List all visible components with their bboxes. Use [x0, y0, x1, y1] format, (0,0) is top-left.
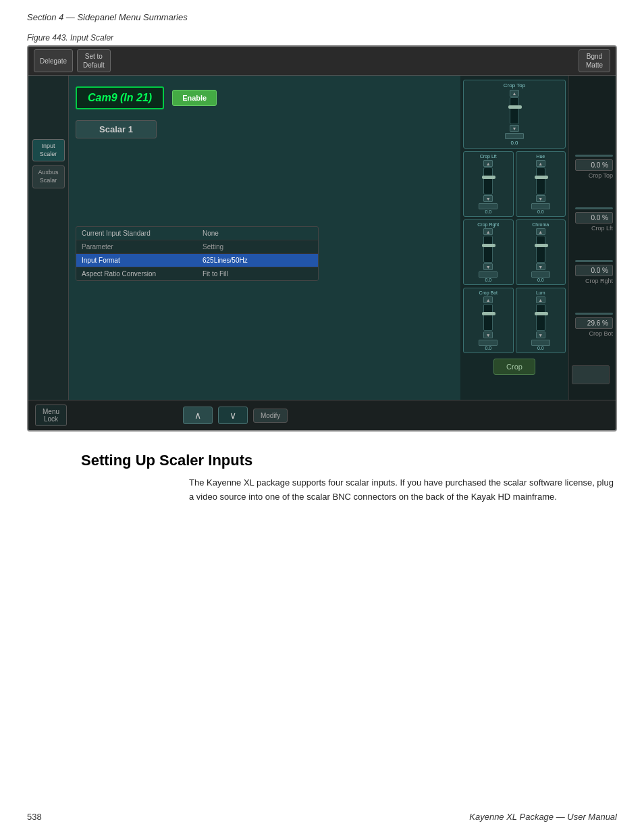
lum-label: Lum	[536, 290, 545, 295]
input-format-label: Input Format	[76, 254, 197, 267]
section-heading: Setting Up Scaler Inputs	[0, 432, 644, 476]
page-number: 538	[27, 812, 42, 822]
lum-up[interactable]: ▲	[536, 296, 545, 303]
crop-top-pct: 0.0 %	[575, 159, 613, 171]
crop-top-track	[510, 97, 519, 124]
chroma-handle	[535, 244, 548, 247]
hue-eq[interactable]	[531, 203, 550, 209]
crop-top-up[interactable]: ▲	[510, 90, 519, 97]
crop-bot-widget: Crop Bot ▲ ▼ 0.0	[463, 288, 514, 353]
crop-left-up[interactable]: ▲	[483, 160, 493, 167]
crop-bot-value: 0.0	[485, 346, 491, 350]
bgnd-matte-button[interactable]: BgndMatte	[579, 49, 610, 72]
center-panel: Cam9 (In 21) Enable Scalar 1 Current Inp…	[69, 76, 460, 400]
nav-up-button[interactable]: ∧	[183, 407, 213, 424]
cam-name-display: Cam9 (In 21)	[76, 86, 164, 109]
crop-top-label: Crop Top	[504, 82, 525, 88]
crop-bot-pct: 29.6 %	[575, 317, 613, 329]
crop-left-readout: 0.0 % Crop Lft	[572, 207, 613, 232]
delegate-button[interactable]: Delegate	[34, 49, 73, 72]
crop-bot-track	[483, 304, 493, 331]
chroma-widget: Chroma ▲ ▼ 0.0	[516, 219, 566, 285]
chroma-up[interactable]: ▲	[536, 228, 545, 235]
crop-top-eq[interactable]	[505, 133, 524, 139]
setting-header: Setting	[197, 240, 318, 253]
set-default-button[interactable]: Set toDefault	[77, 49, 111, 72]
param-header: Parameter	[76, 240, 197, 253]
crop-right-readout: 0.0 % Crop Rght	[572, 260, 613, 284]
manual-title: Kayenne XL Package — User Manual	[469, 812, 617, 822]
chroma-label: Chroma	[532, 222, 549, 227]
section-header: Section 4 — Sidepanel Menu Summaries	[0, 0, 644, 28]
col1-value: None	[197, 227, 318, 240]
crop-top-readout: 0.0 % Crop Top	[572, 155, 613, 179]
input-format-value: 625Lines/50Hz	[197, 254, 318, 267]
crop-left-slider-line	[575, 207, 613, 209]
hue-up[interactable]: ▲	[536, 160, 545, 167]
crop-left-readout-label: Crop Lft	[575, 225, 613, 232]
crop-right-eq[interactable]	[479, 271, 498, 278]
modify-button[interactable]: Modify	[253, 409, 288, 423]
crop-bot-readout: 29.6 % Crop Bot	[572, 313, 613, 337]
crop-top-widget: Crop Top ▲ ▼ 0.0	[463, 80, 566, 149]
figure-caption: Figure 443. Input Scaler	[0, 28, 644, 45]
lum-handle	[535, 312, 548, 315]
crop-bot-slider-line	[575, 313, 613, 315]
crop-action-button[interactable]: Crop	[493, 359, 535, 375]
crop-right-chroma-row: Crop Rght ▲ ▼ 0.0 Chroma ▲	[463, 219, 566, 285]
crop-top-value: 0.0	[510, 140, 518, 146]
crop-left-pct: 0.0 %	[575, 212, 613, 224]
crop-right-track	[483, 236, 493, 263]
crop-left-label: Crop Lft	[480, 154, 497, 159]
crop-bot-handle	[482, 312, 495, 315]
cam-info-row: Cam9 (In 21) Enable	[76, 82, 454, 113]
crop-bot-down[interactable]: ▼	[483, 332, 493, 338]
lum-down[interactable]: ▼	[536, 332, 545, 338]
hue-label: Hue	[536, 154, 545, 159]
crop-left-eq[interactable]	[479, 203, 498, 209]
enable-button[interactable]: Enable	[172, 90, 217, 106]
lum-widget: Lum ▲ ▼ 0.0	[516, 288, 566, 353]
crop-bot-label: Crop Bot	[479, 290, 498, 295]
crop-left-widget: Crop Lft ▲ ▼ 0.0	[463, 151, 514, 217]
lum-value: 0.0	[537, 346, 544, 350]
right-readouts: 0.0 % Crop Top 0.0 % Crop Lft 0.0 % Crop…	[568, 76, 616, 400]
page-footer: 538 Kayenne XL Package — User Manual	[0, 812, 644, 822]
nav-down-button[interactable]: ∨	[218, 407, 248, 424]
col1-header: Current Input Standard	[76, 227, 197, 240]
crop-area: Crop Top ▲ ▼ 0.0 Crop Lft	[460, 76, 568, 400]
crop-right-widget: Crop Rght ▲ ▼ 0.0	[463, 219, 514, 285]
sidebar-auxbus-scaler[interactable]: AuxbusScalar	[32, 165, 65, 188]
top-bar-left: Delegate Set toDefault	[34, 49, 111, 72]
extra-readout-box	[572, 365, 610, 384]
sidebar-input-scaler[interactable]: InputScaler	[32, 139, 65, 161]
chroma-eq[interactable]	[531, 271, 550, 278]
lum-eq[interactable]	[531, 340, 550, 346]
crop-left-track	[483, 167, 493, 194]
bottom-bar: MenuLock ∧ ∨ Modify	[28, 400, 616, 430]
crop-left-down[interactable]: ▼	[483, 195, 493, 202]
aspect-label: Aspect Ratio Conversion	[76, 267, 197, 280]
crop-right-slider-line	[575, 260, 613, 262]
crop-btn-row: Crop	[463, 359, 566, 375]
crop-bot-eq[interactable]	[479, 340, 498, 346]
settings-row-aspect[interactable]: Aspect Ratio Conversion Fit to Fill	[76, 267, 318, 280]
lum-track	[536, 304, 545, 331]
content-area: InputScaler AuxbusScalar Cam9 (In 21) En…	[28, 76, 616, 400]
hue-down[interactable]: ▼	[536, 195, 545, 202]
crop-right-up[interactable]: ▲	[483, 228, 493, 235]
crop-right-down[interactable]: ▼	[483, 263, 493, 270]
crop-bot-up[interactable]: ▲	[483, 296, 493, 303]
menu-lock-button[interactable]: MenuLock	[35, 405, 67, 426]
crop-bot-readout-label: Crop Bot	[575, 330, 613, 337]
settings-row-input-format[interactable]: Input Format 625Lines/50Hz	[76, 254, 318, 267]
chroma-value: 0.0	[537, 278, 544, 282]
section-body: The Kayenne XL package supports four sca…	[0, 476, 644, 518]
crop-top-slider-line	[575, 155, 613, 157]
crop-top-readout-label: Crop Top	[575, 172, 613, 179]
chroma-down[interactable]: ▼	[536, 263, 545, 270]
scalar-label: Scalar 1	[76, 120, 157, 138]
crop-top-down[interactable]: ▼	[510, 125, 519, 132]
aspect-value: Fit to Fill	[197, 267, 318, 280]
hue-track	[536, 167, 545, 194]
